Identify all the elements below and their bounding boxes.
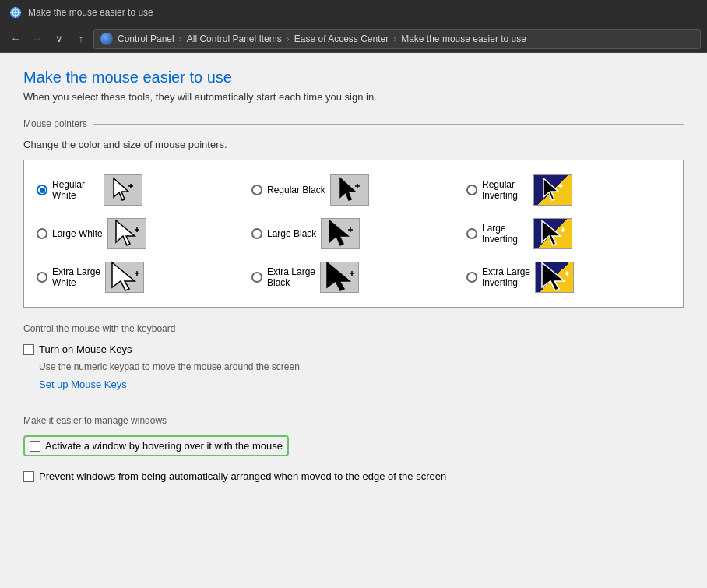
activate-window-highlighted-row: Activate a window by hovering over it wi… — [23, 435, 289, 456]
preview-large-inverting — [533, 218, 572, 249]
svg-marker-27 — [542, 262, 565, 290]
preview-large-white — [107, 218, 146, 249]
title-bar-text: Make the mouse easier to use — [28, 7, 153, 18]
radio-xlarge-black[interactable] — [251, 272, 262, 283]
activate-window-label: Activate a window by hovering over it wi… — [45, 440, 283, 452]
mouse-keys-row: Turn on Mouse Keys — [23, 343, 684, 355]
breadcrumb-all-items[interactable]: All Control Panel Items — [187, 33, 282, 44]
radio-large-inverting[interactable] — [466, 228, 477, 239]
pointer-regular-black[interactable]: Regular Black — [247, 168, 460, 212]
preview-regular-black — [330, 174, 369, 206]
pointer-section-desc: Change the color and size of mouse point… — [23, 139, 684, 150]
section-divider-2 — [181, 329, 684, 329]
address-field[interactable]: Control Panel › All Control Panel Items … — [93, 29, 701, 49]
breadcrumb-ease-of-access[interactable]: Ease of Access Center — [294, 33, 389, 44]
forward-button[interactable]: → — [28, 30, 47, 48]
breadcrumb-control-panel[interactable]: Control Panel — [118, 33, 174, 44]
prevent-arrange-label: Prevent windows from being automatically… — [39, 470, 446, 482]
cursor-xlarge-inverting-icon — [540, 261, 569, 294]
svg-marker-18 — [542, 220, 561, 245]
mouse-keyboard-section-header: Control the mouse with the keyboard — [23, 323, 684, 334]
pointer-large-black[interactable]: Large Black — [247, 212, 460, 255]
mouse-pointers-header-text: Mouse pointers — [23, 118, 87, 129]
section-divider — [93, 124, 684, 125]
prevent-arrange-checkbox[interactable] — [23, 471, 34, 482]
radio-regular-black[interactable] — [251, 185, 262, 195]
cursor-large-inverting-icon — [540, 219, 566, 248]
pointer-row-2: Large White Large Black — [32, 212, 675, 255]
svg-marker-24 — [327, 262, 350, 290]
pointer-xlarge-black[interactable]: Extra LargeBlack — [247, 255, 460, 299]
preview-xlarge-inverting — [535, 262, 574, 293]
svg-marker-3 — [114, 178, 128, 200]
pointer-xlarge-white[interactable]: Extra LargeWhite — [32, 255, 245, 299]
cursor-regular-white-icon — [111, 177, 135, 203]
page-title: Make the mouse easier to use — [23, 69, 684, 86]
activate-window-checkbox[interactable] — [30, 441, 40, 452]
mouse-keys-checkbox[interactable] — [23, 344, 34, 355]
manage-windows-section-header: Make it easier to manage windows — [23, 415, 684, 426]
page-subtitle: When you select these tools, they will a… — [23, 91, 684, 103]
svg-marker-21 — [112, 262, 135, 290]
preview-large-black — [321, 218, 360, 249]
breadcrumb-current: Make the mouse easier to use — [401, 33, 526, 44]
mouse-keys-label: Turn on Mouse Keys — [39, 343, 132, 355]
address-bar: ← → ∨ ↑ Control Panel › All Control Pane… — [0, 25, 707, 53]
cursor-xlarge-black-icon — [325, 261, 354, 294]
pointer-grid: RegularWhite Regular Black — [23, 160, 684, 308]
dropdown-button[interactable]: ∨ — [50, 30, 69, 48]
section-divider-3 — [173, 421, 684, 421]
cursor-large-black-icon — [327, 219, 354, 248]
up-button[interactable]: ↑ — [72, 30, 90, 48]
window-icon — [9, 6, 22, 19]
preview-regular-inverting — [533, 174, 572, 206]
pointer-regular-white[interactable]: RegularWhite — [32, 168, 245, 212]
svg-marker-6 — [340, 178, 355, 200]
radio-xlarge-white[interactable] — [37, 272, 47, 283]
preview-xlarge-white — [105, 262, 144, 293]
setup-mouse-keys-link[interactable]: Set up Mouse Keys — [39, 379, 127, 390]
prevent-arrange-row: Prevent windows from being automatically… — [23, 470, 684, 482]
svg-marker-15 — [329, 220, 348, 245]
svg-marker-9 — [543, 178, 558, 200]
mouse-keyboard-header-text: Control the mouse with the keyboard — [23, 323, 175, 334]
radio-large-white[interactable] — [37, 228, 47, 239]
main-content: Make the mouse easier to use When you se… — [0, 53, 707, 588]
activate-window-container: Activate a window by hovering over it wi… — [23, 435, 684, 463]
pointer-row-1: RegularWhite Regular Black — [32, 168, 675, 212]
title-bar: Make the mouse easier to use — [0, 0, 707, 25]
manage-windows-header-text: Make it easier to manage windows — [23, 415, 167, 426]
pointer-regular-inverting[interactable]: RegularInverting — [462, 168, 675, 212]
radio-large-black[interactable] — [251, 228, 262, 239]
pointer-row-3: Extra LargeWhite Extra LargeBlack — [32, 255, 675, 299]
globe-icon — [100, 33, 113, 45]
pointer-large-white[interactable]: Large White — [32, 212, 245, 255]
cursor-xlarge-white-icon — [110, 261, 139, 294]
radio-xlarge-inverting[interactable] — [466, 272, 477, 283]
preview-regular-white — [104, 174, 142, 206]
mouse-pointers-section-header: Mouse pointers — [23, 118, 684, 129]
svg-marker-12 — [116, 220, 135, 245]
cursor-regular-inverting-icon — [541, 177, 565, 203]
cursor-regular-black-icon — [338, 177, 361, 203]
pointer-large-inverting[interactable]: LargeInverting — [462, 212, 675, 255]
radio-regular-white[interactable] — [37, 185, 47, 195]
mouse-keys-desc: Use the numeric keypad to move the mouse… — [39, 361, 684, 372]
preview-xlarge-black — [320, 262, 359, 293]
cursor-large-white-icon — [114, 219, 140, 248]
back-button[interactable]: ← — [6, 30, 25, 48]
pointer-xlarge-inverting[interactable]: Extra LargeInverting — [462, 255, 675, 299]
radio-regular-inverting[interactable] — [466, 185, 477, 195]
